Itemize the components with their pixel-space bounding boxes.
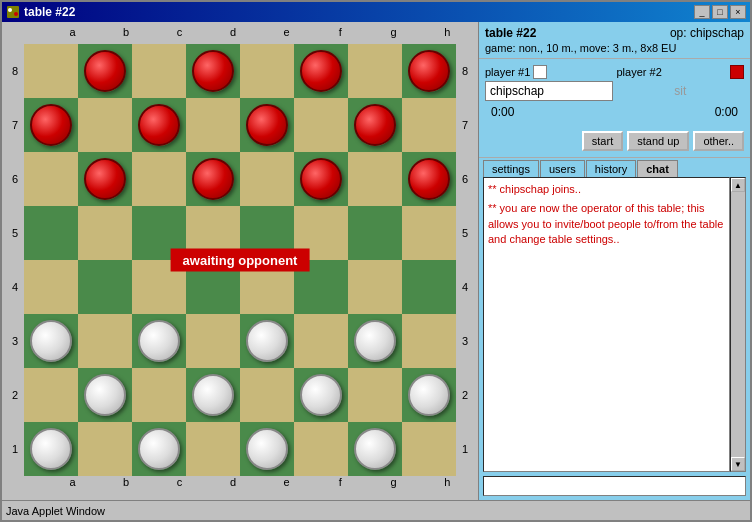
white-piece[interactable] — [246, 428, 288, 470]
board-cell[interactable] — [402, 422, 456, 476]
player2-sit-button[interactable]: sit — [617, 81, 745, 101]
close-button[interactable]: × — [730, 5, 746, 19]
board-cell[interactable] — [186, 98, 240, 152]
board-cell[interactable] — [132, 422, 186, 476]
chat-scrollbar[interactable]: ▲ ▼ — [730, 177, 746, 472]
board-cell[interactable] — [294, 422, 348, 476]
white-piece[interactable] — [354, 320, 396, 362]
maximize-button[interactable]: □ — [712, 5, 728, 19]
board-cell[interactable] — [294, 368, 348, 422]
board-cell[interactable] — [240, 152, 294, 206]
board-cell[interactable] — [402, 314, 456, 368]
board-cell[interactable] — [348, 260, 402, 314]
board-cell[interactable] — [132, 314, 186, 368]
board-cell[interactable] — [78, 98, 132, 152]
board-cell[interactable] — [240, 422, 294, 476]
board-cell[interactable] — [132, 44, 186, 98]
board-cell[interactable] — [402, 98, 456, 152]
board-cell[interactable] — [402, 260, 456, 314]
red-piece[interactable] — [300, 158, 342, 200]
board-grid[interactable]: awaiting opponent — [24, 44, 456, 476]
red-piece[interactable] — [192, 158, 234, 200]
other-button[interactable]: other.. — [693, 131, 744, 151]
red-piece[interactable] — [138, 104, 180, 146]
player1-name[interactable]: chipschap — [485, 81, 613, 101]
board-cell[interactable] — [24, 368, 78, 422]
board-cell[interactable] — [402, 44, 456, 98]
red-piece[interactable] — [84, 50, 126, 92]
board-cell[interactable] — [186, 422, 240, 476]
board-cell[interactable] — [294, 44, 348, 98]
white-piece[interactable] — [84, 374, 126, 416]
stand-up-button[interactable]: stand up — [627, 131, 689, 151]
board-cell[interactable] — [186, 44, 240, 98]
board-cell[interactable] — [348, 314, 402, 368]
score1: 0:00 — [491, 105, 514, 119]
tab-history[interactable]: history — [586, 160, 636, 177]
board-cell[interactable] — [78, 314, 132, 368]
board-cell[interactable] — [240, 314, 294, 368]
board-cell[interactable] — [186, 152, 240, 206]
board-cell[interactable] — [24, 98, 78, 152]
white-piece[interactable] — [138, 428, 180, 470]
white-piece[interactable] — [30, 428, 72, 470]
board-cell[interactable] — [24, 422, 78, 476]
scroll-down-button[interactable]: ▼ — [731, 457, 745, 471]
red-piece[interactable] — [192, 50, 234, 92]
board-cell[interactable] — [294, 152, 348, 206]
minimize-button[interactable]: _ — [694, 5, 710, 19]
red-piece[interactable] — [408, 50, 450, 92]
tab-chat[interactable]: chat — [637, 160, 678, 177]
board-cell[interactable] — [402, 206, 456, 260]
board-cell[interactable] — [348, 368, 402, 422]
board-cell[interactable] — [294, 98, 348, 152]
board-cell[interactable] — [78, 368, 132, 422]
scroll-thumb[interactable] — [731, 192, 745, 457]
white-piece[interactable] — [138, 320, 180, 362]
board-cell[interactable] — [78, 206, 132, 260]
board-cell[interactable] — [24, 44, 78, 98]
board-cell[interactable] — [240, 44, 294, 98]
board-cell[interactable] — [348, 422, 402, 476]
red-piece[interactable] — [354, 104, 396, 146]
white-piece[interactable] — [30, 320, 72, 362]
board-cell[interactable] — [132, 152, 186, 206]
board-cell[interactable] — [78, 260, 132, 314]
red-piece[interactable] — [246, 104, 288, 146]
red-piece[interactable] — [84, 158, 126, 200]
red-piece[interactable] — [30, 104, 72, 146]
board-cell[interactable] — [186, 368, 240, 422]
board-cell[interactable] — [24, 152, 78, 206]
white-piece[interactable] — [354, 428, 396, 470]
board-cell[interactable] — [240, 368, 294, 422]
board-cell[interactable] — [132, 368, 186, 422]
board-cell[interactable] — [24, 260, 78, 314]
red-piece[interactable] — [300, 50, 342, 92]
white-piece[interactable] — [192, 374, 234, 416]
white-piece[interactable] — [300, 374, 342, 416]
start-button[interactable]: start — [582, 131, 623, 151]
board-cell[interactable] — [78, 422, 132, 476]
board-cell[interactable] — [78, 44, 132, 98]
board-cell[interactable] — [402, 368, 456, 422]
tab-settings[interactable]: settings — [483, 160, 539, 177]
board-cell[interactable] — [78, 152, 132, 206]
board-cell[interactable] — [294, 314, 348, 368]
tab-users[interactable]: users — [540, 160, 585, 177]
white-piece[interactable] — [246, 320, 288, 362]
board-cell[interactable] — [348, 98, 402, 152]
board-cell[interactable] — [348, 152, 402, 206]
board-cell[interactable] — [240, 98, 294, 152]
board-cell[interactable] — [348, 44, 402, 98]
board-cell[interactable] — [186, 314, 240, 368]
board-cell[interactable] — [24, 206, 78, 260]
board-cell[interactable] — [24, 314, 78, 368]
chat-input[interactable] — [483, 476, 746, 496]
board-cell[interactable] — [132, 98, 186, 152]
board-cell[interactable] — [402, 152, 456, 206]
scroll-up-button[interactable]: ▲ — [731, 178, 745, 192]
white-piece[interactable] — [408, 374, 450, 416]
red-piece[interactable] — [408, 158, 450, 200]
right-panel: table #22 op: chipschap game: non., 10 m… — [478, 22, 750, 500]
board-cell[interactable] — [348, 206, 402, 260]
